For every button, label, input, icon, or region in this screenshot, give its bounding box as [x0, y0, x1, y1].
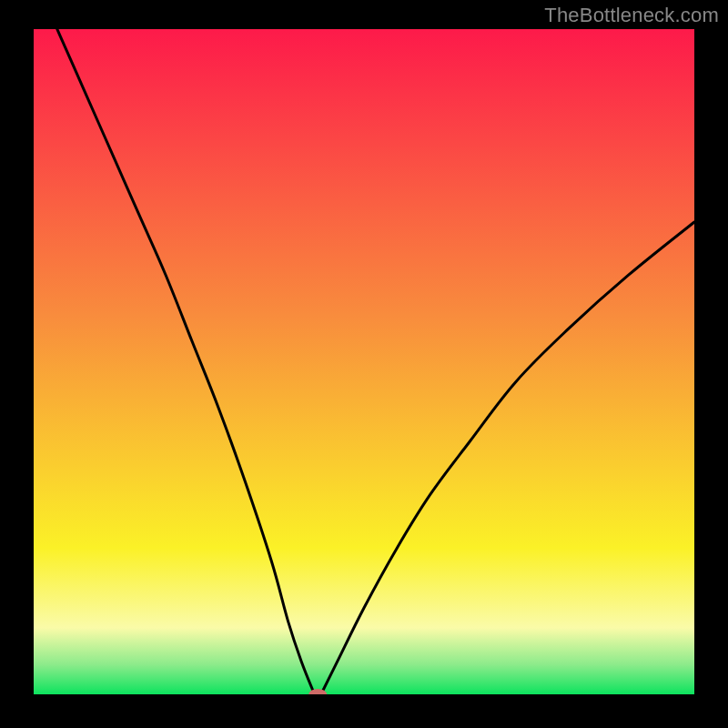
chart-container: TheBottleneck.com: [0, 0, 728, 728]
plot-background: [34, 29, 694, 694]
bottleneck-chart: [0, 0, 728, 728]
watermark-text: TheBottleneck.com: [544, 4, 719, 27]
